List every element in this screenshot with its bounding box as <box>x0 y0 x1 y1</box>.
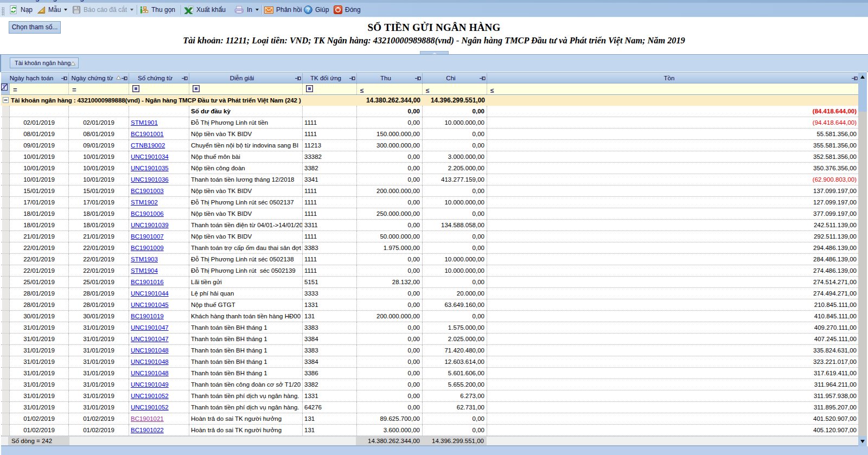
svg-text:?: ? <box>307 7 310 13</box>
svg-text:+: + <box>144 7 146 9</box>
